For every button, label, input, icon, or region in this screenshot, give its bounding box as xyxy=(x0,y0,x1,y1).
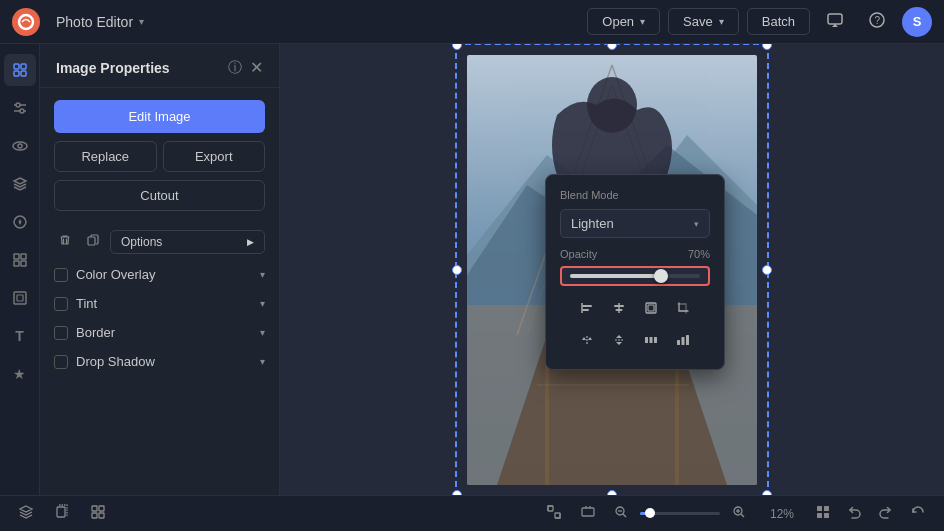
crop-icon-button[interactable] xyxy=(669,296,697,323)
handle-top-left[interactable] xyxy=(452,44,462,50)
svg-line-67 xyxy=(741,514,744,517)
app-title-chevron: ▾ xyxy=(139,16,144,27)
color-overlay-item[interactable]: Color Overlay ▾ xyxy=(40,260,279,289)
align-v-center-icon-button[interactable] xyxy=(605,328,633,355)
zoom-in-button[interactable] xyxy=(726,502,752,525)
handle-bottom-center[interactable] xyxy=(607,490,617,496)
options-label: Options xyxy=(121,235,162,249)
pages-icon-button[interactable] xyxy=(48,500,76,527)
thumbnail-view-button[interactable] xyxy=(810,501,836,526)
app-title-button[interactable]: Photo Editor ▾ xyxy=(48,10,152,34)
svg-text:?: ? xyxy=(875,15,881,26)
icon-rail: T ★ xyxy=(0,44,40,495)
opacity-value: 70% xyxy=(688,248,710,260)
rail-icon-grid[interactable] xyxy=(4,244,36,276)
svg-rect-56 xyxy=(548,506,553,511)
distribute-h-icon-button[interactable] xyxy=(637,328,665,355)
history-controls xyxy=(810,501,932,526)
svg-point-10 xyxy=(16,103,20,107)
bar-chart-icon-button[interactable] xyxy=(669,328,697,355)
opacity-slider-thumb[interactable] xyxy=(654,269,668,283)
svg-point-11 xyxy=(20,109,24,113)
tint-checkbox[interactable] xyxy=(54,297,68,311)
svg-rect-35 xyxy=(682,337,685,345)
svg-rect-19 xyxy=(17,295,23,301)
options-button[interactable]: Options ▶ xyxy=(110,230,265,254)
zoom-value: 12% xyxy=(758,507,794,521)
rail-icon-eye[interactable] xyxy=(4,130,36,162)
flip-h-icon-button[interactable] xyxy=(573,328,601,355)
rail-icon-text[interactable]: T xyxy=(4,320,36,352)
zoom-thumb[interactable] xyxy=(645,508,655,518)
opacity-slider-track[interactable] xyxy=(570,274,700,278)
handle-middle-right[interactable] xyxy=(762,265,772,275)
border-checkbox[interactable] xyxy=(54,326,68,340)
panel-info-button[interactable]: ⓘ xyxy=(228,59,242,77)
grid-icon-button[interactable] xyxy=(84,500,112,527)
fit-icon-button[interactable] xyxy=(637,296,665,323)
rail-icon-adjust[interactable] xyxy=(4,92,36,124)
opacity-slider-container[interactable] xyxy=(560,266,710,286)
cutout-button[interactable]: Cutout xyxy=(54,180,265,211)
handle-top-right[interactable] xyxy=(762,44,772,50)
rail-icon-effects[interactable] xyxy=(4,206,36,238)
open-button[interactable]: Open ▾ xyxy=(587,8,660,35)
color-overlay-expand[interactable]: ▾ xyxy=(260,269,265,280)
fit-view-button[interactable] xyxy=(540,501,568,526)
delete-button[interactable] xyxy=(54,229,76,254)
save-button[interactable]: Save ▾ xyxy=(668,8,739,35)
refresh-button[interactable] xyxy=(904,501,932,526)
svg-rect-17 xyxy=(21,261,26,266)
svg-point-13 xyxy=(18,144,22,148)
opacity-label-text: Opacity xyxy=(560,248,597,260)
handle-middle-left[interactable] xyxy=(452,265,462,275)
save-chevron: ▾ xyxy=(719,16,724,27)
zoom-out-button[interactable] xyxy=(608,502,634,525)
app-logo xyxy=(12,8,40,36)
batch-label: Batch xyxy=(762,14,795,29)
align-center-icon-button[interactable] xyxy=(605,296,633,323)
border-item[interactable]: Border ▾ xyxy=(40,318,279,347)
svg-rect-7 xyxy=(21,71,26,76)
svg-rect-52 xyxy=(92,506,97,511)
layers-icon-button[interactable] xyxy=(12,500,40,527)
panel-close-button[interactable]: ✕ xyxy=(250,58,263,77)
svg-rect-58 xyxy=(582,508,594,516)
actual-size-button[interactable] xyxy=(574,501,602,526)
export-button[interactable]: Export xyxy=(163,141,266,172)
rail-icon-frame[interactable] xyxy=(4,282,36,314)
duplicate-button[interactable] xyxy=(82,229,104,254)
svg-point-0 xyxy=(19,15,33,29)
align-left-icon-button[interactable] xyxy=(573,296,601,323)
rail-icon-layers[interactable] xyxy=(4,168,36,200)
rail-icon-properties[interactable] xyxy=(4,54,36,86)
drop-shadow-expand[interactable]: ▾ xyxy=(260,356,265,367)
undo-button[interactable] xyxy=(840,501,868,526)
svg-rect-34 xyxy=(677,340,680,345)
user-avatar[interactable]: S xyxy=(902,7,932,37)
redo-button[interactable] xyxy=(872,501,900,526)
rail-icon-star[interactable]: ★ xyxy=(4,358,36,390)
tint-expand[interactable]: ▾ xyxy=(260,298,265,309)
tint-item[interactable]: Tint ▾ xyxy=(40,289,279,318)
drop-shadow-checkbox[interactable] xyxy=(54,355,68,369)
svg-rect-54 xyxy=(92,513,97,518)
help-icon-button[interactable]: ? xyxy=(860,6,894,38)
blend-mode-select[interactable]: Lighten ▾ xyxy=(560,209,710,238)
replace-button[interactable]: Replace xyxy=(54,141,157,172)
left-panel: Image Properties ⓘ ✕ Edit Image Replace … xyxy=(40,44,280,495)
color-overlay-checkbox[interactable] xyxy=(54,268,68,282)
handle-bottom-right[interactable] xyxy=(762,490,772,496)
topbar: Photo Editor ▾ Open ▾ Save ▾ Batch ? S xyxy=(0,0,944,44)
bottom-bar: 12% xyxy=(0,495,944,531)
drop-shadow-item[interactable]: Drop Shadow ▾ xyxy=(40,347,279,376)
svg-rect-1 xyxy=(828,14,842,24)
handle-bottom-left[interactable] xyxy=(452,490,462,496)
zoom-track[interactable] xyxy=(640,512,720,515)
border-expand[interactable]: ▾ xyxy=(260,327,265,338)
edit-image-button[interactable]: Edit Image xyxy=(54,100,265,133)
app-title-label: Photo Editor xyxy=(56,14,133,30)
handle-top-center[interactable] xyxy=(607,44,617,50)
batch-button[interactable]: Batch xyxy=(747,8,810,35)
chat-icon-button[interactable] xyxy=(818,6,852,38)
